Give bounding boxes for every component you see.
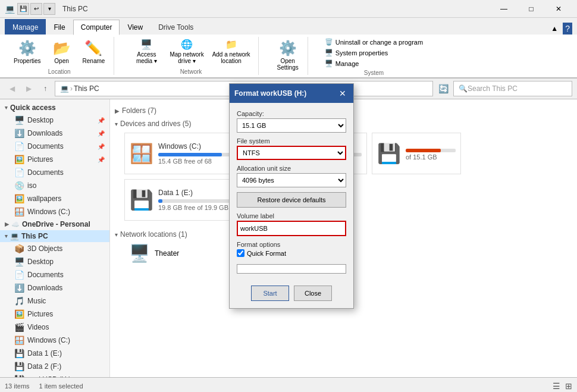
search-icon: 🔍: [459, 84, 468, 93]
system-properties-button[interactable]: 🖥️ System properties: [322, 48, 391, 58]
sidebar-item-data2f[interactable]: 💾 Data 2 (F:): [0, 360, 109, 373]
uninstall-icon: 🗑️: [325, 38, 333, 46]
sidebar-item-iso[interactable]: 💿 iso: [0, 179, 109, 192]
volume-section: Volume label: [237, 212, 346, 236]
downloads-pc-icon: ⬇️: [14, 283, 24, 293]
desktop-icon: 🖥️: [14, 115, 24, 125]
sidebar-item-documents2[interactable]: 📄 Documents: [0, 166, 109, 179]
pin-icon: 📌: [98, 156, 105, 163]
tab-view[interactable]: View: [120, 19, 150, 35]
drive-tile-data1e[interactable]: 💾 Data 1 (E:) 19.8 GB free of 19.9 GB: [124, 179, 243, 221]
system-props-icon: 🖥️: [325, 49, 333, 57]
tab-drive-tools[interactable]: Drive Tools: [150, 19, 201, 35]
up-button[interactable]: ↑: [38, 81, 52, 96]
map-network-drive-button[interactable]: 🌐 Map networkdrive ▾: [167, 37, 206, 66]
dialog-titlebar: Format workUSB (H:) ✕: [230, 84, 353, 103]
pictures-icon: 🖼️: [14, 155, 24, 164]
add-network-icon: 📁: [225, 39, 237, 50]
forward-button[interactable]: ▶: [21, 81, 36, 96]
sidebar-item-downloads-pc[interactable]: ⬇️ Downloads: [0, 281, 109, 294]
drive-tile-workusb[interactable]: 💾 of 15.1 GB: [372, 133, 461, 174]
windows-c-sidebar-icon: 🪟: [14, 335, 24, 345]
rename-button[interactable]: ✏️ Rename: [79, 37, 109, 67]
minimize-button[interactable]: —: [490, 0, 518, 18]
manage-button[interactable]: 🖥️ Manage: [322, 58, 362, 68]
sidebar-item-downloads-quick[interactable]: ⬇️ Downloads 📌: [0, 127, 109, 140]
ribbon-group-network-items: 🖥️ Accessmedia ▾ 🌐 Map networkdrive ▾ 📁 …: [128, 37, 253, 66]
quick-access-label: Quick access: [10, 104, 56, 112]
network-chevron-icon: ▾: [115, 231, 118, 238]
sidebar-item-wallpapers[interactable]: 🖼️ wallpapers: [0, 192, 109, 205]
folders-chevron-icon: ▶: [115, 108, 120, 114]
format-progress-bar: [237, 264, 346, 274]
onedrive-name: OneDrive - Personal: [22, 220, 90, 228]
sidebar-item-videos[interactable]: 🎬 Videos: [0, 321, 109, 334]
quick-format-row: Quick Format: [237, 249, 346, 257]
ribbon-expand-icon[interactable]: ▲: [551, 24, 558, 33]
ribbon-system-items: 🗑️ Uninstall or change a program 🖥️ Syst…: [322, 37, 425, 68]
ribbon-tabs: Manage File Computer View Drive Tools ▲ …: [0, 18, 577, 35]
sidebar-thispc-header[interactable]: ▾ 💻 This PC: [0, 230, 109, 242]
sidebar-item-pictures-quick[interactable]: 🖼️ Pictures 📌: [0, 153, 109, 166]
refresh-button[interactable]: 🔄: [435, 81, 451, 96]
sidebar-quick-access-header[interactable]: ▾ Quick access: [0, 102, 109, 114]
dialog-close-x-button[interactable]: ✕: [337, 87, 349, 99]
sidebar-item-windows-c-quick[interactable]: 🪟 Windows (C:): [0, 205, 109, 218]
sidebar-item-desktop-pc[interactable]: 🖥️ Desktop: [0, 255, 109, 268]
sidebar-item-documents-quick[interactable]: 📄 Documents 📌: [0, 140, 109, 153]
rename-icon: ✏️: [84, 40, 102, 57]
ribbon-help: ▲ ?: [551, 23, 577, 35]
windows-drive-icon: 🪟: [130, 142, 153, 165]
sidebar-item-data1e[interactable]: 💾 Data 1 (E:): [0, 347, 109, 360]
tab-file[interactable]: File: [46, 19, 73, 35]
map-network-icon: 🌐: [181, 39, 193, 50]
back-button[interactable]: ◀: [5, 81, 19, 96]
wallpapers-icon: 🖼️: [14, 194, 24, 203]
search-box[interactable]: 🔍 Search This PC: [453, 81, 572, 96]
sidebar-item-windows-c[interactable]: 🪟 Windows (C:): [0, 334, 109, 347]
ribbon-help-icon[interactable]: ?: [563, 23, 572, 35]
quick-access-toolbar-save[interactable]: 💾: [17, 3, 29, 15]
restore-defaults-button[interactable]: Restore device defaults: [237, 192, 346, 208]
documents-pc-icon: 📄: [14, 270, 24, 280]
status-right: ☰ ⊞: [553, 381, 572, 391]
ribbon-group-location-items: ⚙️ Properties 📂 Open ✏️ Rename: [10, 37, 109, 67]
properties-button[interactable]: ⚙️ Properties: [10, 37, 45, 67]
quick-access-toolbar-undo[interactable]: ↩: [30, 3, 42, 15]
sidebar-item-documents-pc[interactable]: 📄 Documents: [0, 268, 109, 281]
tab-manage[interactable]: Manage: [5, 19, 46, 35]
uninstall-button[interactable]: 🗑️ Uninstall or change a program: [322, 37, 425, 47]
alloc-select[interactable]: 512 bytes 1024 bytes 2048 bytes 4096 byt…: [237, 173, 346, 187]
volume-input[interactable]: [237, 221, 346, 236]
sidebar-onedrive-header[interactable]: ▶ ☁️ OneDrive - Personal: [0, 218, 109, 230]
capacity-select[interactable]: 15.1 GB: [237, 118, 346, 133]
details-view-button[interactable]: ☰: [553, 381, 560, 391]
maximize-button[interactable]: □: [518, 0, 545, 18]
network-item-theater[interactable]: 🖥️ Theater: [124, 241, 208, 265]
drive-name-data1e: Data 1 (E:): [158, 189, 238, 197]
quick-format-checkbox[interactable]: [237, 249, 244, 257]
drive-tile-windows-c[interactable]: 🪟 Windows (C:) 15.4 GB free of 68: [124, 133, 243, 174]
alloc-section: Allocation unit size 512 bytes 1024 byte…: [237, 165, 346, 187]
ribbon-group-system: 🗑️ Uninstall or change a program 🖥️ Syst…: [318, 37, 430, 75]
sidebar-item-workusb[interactable]: 💾 workUSB (H:): [0, 373, 109, 377]
dialog-title: Format workUSB (H:): [234, 89, 306, 98]
add-network-location-button[interactable]: 📁 Add a networklocation: [209, 37, 253, 66]
close-button[interactable]: ✕: [545, 0, 572, 18]
drive-name-windows-c: Windows (C:): [158, 142, 238, 150]
filesystem-select[interactable]: NTFS FAT32 exFAT: [237, 146, 346, 160]
drive-space-h: of 15.1 GB: [406, 153, 456, 161]
access-media-button[interactable]: 🖥️ Accessmedia ▾: [128, 37, 164, 66]
sidebar-item-3dobjects[interactable]: 📦 3D Objects: [0, 242, 109, 255]
ribbon: Manage File Computer View Drive Tools ▲ …: [0, 18, 577, 79]
start-button[interactable]: Start: [251, 286, 289, 301]
tiles-view-button[interactable]: ⊞: [565, 381, 572, 391]
sidebar-item-desktop[interactable]: 🖥️ Desktop 📌: [0, 114, 109, 127]
sidebar-item-pictures-pc[interactable]: 🖼️ Pictures: [0, 308, 109, 321]
open-settings-button[interactable]: ⚙️ OpenSettings: [273, 37, 303, 74]
open-button[interactable]: 📂 Open: [48, 37, 76, 67]
quick-access-toolbar-dropdown[interactable]: ▾: [43, 3, 55, 15]
sidebar-item-music[interactable]: 🎵 Music: [0, 294, 109, 308]
tab-computer[interactable]: Computer: [73, 20, 120, 35]
close-dialog-button[interactable]: Close: [294, 286, 332, 301]
